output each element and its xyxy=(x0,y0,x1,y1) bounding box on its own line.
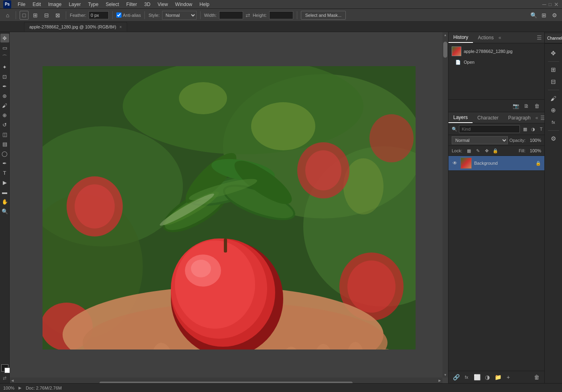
layer-adj-btn[interactable]: ◑ xyxy=(483,373,492,382)
foreground-color-swatch[interactable] xyxy=(1,364,8,372)
move-tool-btn[interactable]: ✥ xyxy=(0,34,9,42)
hand-tool-btn[interactable]: ✋ xyxy=(0,197,9,206)
fill-label: Fill: xyxy=(519,148,525,153)
search-btn[interactable]: 🔍 xyxy=(529,11,538,20)
eraser-tool-btn[interactable]: ◫ xyxy=(0,130,9,139)
status-arrow[interactable]: ▶ xyxy=(18,386,22,390)
scroll-thumb-horizontal[interactable] xyxy=(99,382,353,383)
filter-adj-btn[interactable]: ◑ xyxy=(530,125,537,133)
move-tool-sidebar-btn[interactable]: ✥ xyxy=(548,48,559,59)
style-select[interactable]: Normal Fixed Ratio Fixed Size xyxy=(162,11,197,20)
add-select-btn[interactable]: ⊞ xyxy=(31,11,40,20)
height-input[interactable] xyxy=(269,11,293,19)
history-new-snapshot-btn[interactable]: 📷 xyxy=(511,101,520,110)
tab-character[interactable]: Character xyxy=(473,112,503,123)
crop-tool-btn[interactable]: ⊡ xyxy=(0,72,9,81)
anti-alias-checkbox[interactable] xyxy=(116,12,122,18)
path-select-tool-btn[interactable]: ▶ xyxy=(0,178,9,187)
fx-sidebar-btn[interactable]: fx xyxy=(548,117,559,128)
layer-group-btn[interactable]: 📁 xyxy=(493,373,502,382)
swap-colors-btn[interactable]: ⇄ xyxy=(3,376,6,381)
settings-sidebar-btn[interactable]: ⚙ xyxy=(548,133,559,144)
scroll-left-btn[interactable]: ◀ xyxy=(10,378,15,383)
layer-delete-btn[interactable]: 🗑 xyxy=(532,373,541,382)
tab-close-btn[interactable]: × xyxy=(120,25,122,29)
document-tab[interactable]: apple-2788662_1280.jpg @ 100% (RGB/8#) × xyxy=(24,22,127,32)
filter-type-btn[interactable]: T xyxy=(538,125,545,133)
zoom-tool-btn[interactable]: 🔍 xyxy=(0,207,9,216)
menu-layer[interactable]: Layer xyxy=(65,1,84,8)
tab-actions[interactable]: Actions xyxy=(473,32,498,43)
layer-link-btn[interactable]: 🔗 xyxy=(452,373,461,382)
menu-3d[interactable]: 3D xyxy=(141,1,153,8)
layer-visibility-toggle[interactable]: 👁 xyxy=(452,160,458,166)
menu-type[interactable]: Type xyxy=(85,1,101,8)
lasso-tool-btn[interactable]: ⌒ xyxy=(0,53,9,62)
rect-select-btn[interactable]: □ xyxy=(20,11,28,20)
settings-btn[interactable]: ⚙ xyxy=(550,11,559,20)
layers-panel-collapse-btn[interactable]: « xyxy=(536,115,538,121)
brush-sidebar-btn[interactable]: 🖌 xyxy=(548,93,559,104)
lock-all-btn[interactable]: 🔒 xyxy=(492,147,499,154)
scroll-down-btn[interactable]: ▼ xyxy=(442,372,448,378)
menu-file[interactable]: File xyxy=(14,1,28,8)
window-close-btn[interactable]: ✕ xyxy=(554,1,559,8)
panel-collapse-btn[interactable]: « xyxy=(499,35,501,40)
menu-window[interactable]: Window xyxy=(172,1,196,8)
pen-tool-btn[interactable]: ✒ xyxy=(0,159,9,168)
filter-pixel-btn[interactable]: ▩ xyxy=(521,125,529,133)
dodge-tool-btn[interactable]: ◯ xyxy=(0,149,9,158)
eyedropper-tool-btn[interactable]: ✒ xyxy=(0,82,9,91)
clone-sidebar-btn[interactable]: ⊕ xyxy=(548,105,559,116)
width-input[interactable] xyxy=(219,11,243,19)
clone-stamp-tool-btn[interactable]: ⊕ xyxy=(0,111,9,119)
menu-filter[interactable]: Filter xyxy=(123,1,140,8)
arrange-btn[interactable]: ⊞ xyxy=(540,11,548,20)
subtract-select-btn[interactable]: ⊟ xyxy=(42,11,51,20)
grid-view-btn[interactable]: ⊞ xyxy=(548,64,559,75)
menu-help[interactable]: Help xyxy=(196,1,213,8)
tab-history[interactable]: History xyxy=(448,32,473,43)
text-tool-btn[interactable]: T xyxy=(0,168,9,177)
menu-edit[interactable]: Edit xyxy=(29,1,44,8)
menu-view[interactable]: View xyxy=(154,1,171,8)
intersect-select-btn[interactable]: ⊠ xyxy=(53,11,62,20)
layers-list: 👁 Background 🔒 xyxy=(448,156,544,371)
lock-artboard-btn[interactable]: ✥ xyxy=(483,147,490,154)
menu-image[interactable]: Image xyxy=(45,1,65,8)
history-item-open[interactable]: 📄 Open xyxy=(448,58,544,67)
layer-item-background[interactable]: 👁 Background 🔒 xyxy=(448,156,544,171)
layers-blend-mode-select[interactable]: Normal Multiply Screen xyxy=(452,136,508,144)
layer-mask-btn[interactable]: ⬜ xyxy=(473,373,481,382)
history-new-doc-btn[interactable]: 🗎 xyxy=(522,101,531,110)
menu-select[interactable]: Select xyxy=(102,1,122,8)
canvas-scrollbar-vertical[interactable]: ▲ ▼ xyxy=(442,32,448,378)
gradient-tool-btn[interactable]: ▤ xyxy=(0,139,9,148)
scroll-up-btn[interactable]: ▲ xyxy=(442,32,448,38)
tab-layers[interactable]: Layers xyxy=(448,112,473,123)
arrange-view-btn[interactable]: ⊟ xyxy=(548,76,559,87)
rect-select-tool-btn[interactable]: ▭ xyxy=(0,43,9,52)
magic-wand-tool-btn[interactable]: ✦ xyxy=(0,63,9,71)
layer-fx-btn[interactable]: fx xyxy=(462,373,471,382)
layers-kind-input[interactable] xyxy=(459,125,520,133)
window-minimize-btn[interactable]: ─ xyxy=(542,1,546,8)
scroll-right-btn[interactable]: ▶ xyxy=(437,378,442,383)
feather-input[interactable] xyxy=(89,11,109,19)
history-delete-btn[interactable]: 🗑 xyxy=(532,101,541,110)
spot-heal-tool-btn[interactable]: ⊛ xyxy=(0,91,9,100)
history-brush-tool-btn[interactable]: ↺ xyxy=(0,120,9,129)
home-btn[interactable]: ⌂ xyxy=(3,11,12,20)
lock-position-btn[interactable]: ✎ xyxy=(474,147,481,154)
scroll-thumb-vertical[interactable] xyxy=(443,42,447,58)
tab-channels[interactable]: Channels xyxy=(545,35,562,41)
window-maximize-btn[interactable]: □ xyxy=(549,2,552,7)
shape-tool-btn[interactable]: ▬ xyxy=(0,188,9,196)
panel-menu-btn[interactable]: ☰ xyxy=(537,34,542,41)
canvas-scrollbar-horizontal[interactable]: ◀ ▶ xyxy=(10,378,442,383)
lock-pixels-btn[interactable]: ▩ xyxy=(465,147,473,154)
brush-tool-btn[interactable]: 🖌 xyxy=(0,101,9,110)
tab-paragraph[interactable]: Paragraph xyxy=(503,112,536,123)
layer-new-btn[interactable]: + xyxy=(504,373,513,382)
select-mask-btn[interactable]: Select and Mask... xyxy=(301,11,346,20)
